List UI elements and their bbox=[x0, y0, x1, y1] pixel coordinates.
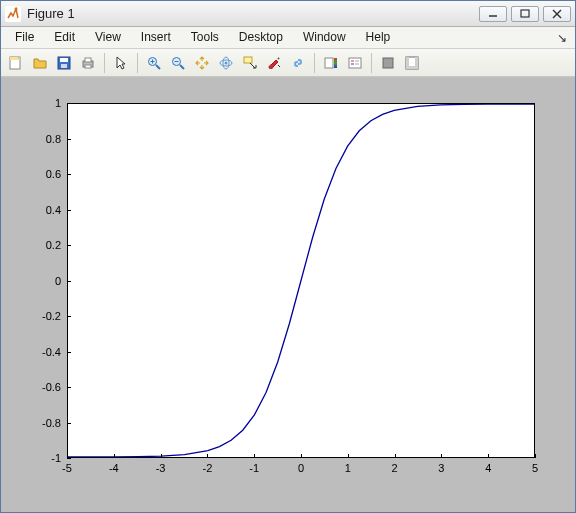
save-icon[interactable] bbox=[53, 52, 75, 74]
window-controls bbox=[479, 6, 571, 22]
axes[interactable] bbox=[67, 103, 535, 458]
link-icon[interactable] bbox=[287, 52, 309, 74]
x-tick-mark bbox=[67, 454, 68, 458]
insert-colorbar-icon[interactable] bbox=[320, 52, 342, 74]
x-tick-label: -3 bbox=[156, 458, 166, 484]
y-tick-label: -0.8 bbox=[23, 417, 67, 429]
x-tick-mark bbox=[441, 454, 442, 458]
menu-file[interactable]: File bbox=[5, 27, 44, 48]
show-plot-tools-icon[interactable] bbox=[401, 52, 423, 74]
svg-rect-27 bbox=[349, 58, 361, 68]
menu-help[interactable]: Help bbox=[356, 27, 401, 48]
menu-edit[interactable]: Edit bbox=[44, 27, 85, 48]
x-tick-mark bbox=[395, 454, 396, 458]
open-file-icon[interactable] bbox=[29, 52, 51, 74]
y-tick-label: 0.4 bbox=[23, 204, 67, 216]
close-button[interactable] bbox=[543, 6, 571, 22]
insert-legend-icon[interactable] bbox=[344, 52, 366, 74]
menu-insert[interactable]: Insert bbox=[131, 27, 181, 48]
y-tick-mark bbox=[67, 139, 71, 140]
figure-window: Figure 1 File Edit View Insert Tools Des… bbox=[0, 0, 576, 513]
data-cursor-icon[interactable] bbox=[239, 52, 261, 74]
svg-rect-32 bbox=[383, 58, 393, 68]
y-tick-label: -0.4 bbox=[23, 346, 67, 358]
svg-rect-12 bbox=[85, 58, 91, 62]
x-tick-label: 5 bbox=[532, 458, 538, 484]
svg-point-23 bbox=[225, 61, 228, 64]
new-figure-icon[interactable] bbox=[5, 52, 27, 74]
toolbar-separator bbox=[314, 53, 315, 73]
y-tick-mark bbox=[67, 352, 71, 353]
y-tick-mark bbox=[67, 423, 71, 424]
x-tick-label: -1 bbox=[249, 458, 259, 484]
svg-point-1 bbox=[15, 7, 18, 10]
y-tick-label: 0 bbox=[23, 275, 67, 287]
y-tick-mark bbox=[67, 281, 71, 282]
matlab-icon bbox=[5, 6, 21, 22]
rotate-3d-icon[interactable] bbox=[215, 52, 237, 74]
y-tick-label: 0.8 bbox=[23, 133, 67, 145]
menu-view[interactable]: View bbox=[85, 27, 131, 48]
y-tick-mark bbox=[67, 103, 71, 104]
svg-line-15 bbox=[156, 65, 160, 69]
x-tick-label: 3 bbox=[438, 458, 444, 484]
svg-rect-13 bbox=[85, 65, 91, 68]
zoom-in-icon[interactable] bbox=[143, 52, 165, 74]
menu-tools[interactable]: Tools bbox=[181, 27, 229, 48]
y-tick-label: 0.2 bbox=[23, 239, 67, 251]
x-tick-label: 4 bbox=[485, 458, 491, 484]
toolbar bbox=[1, 49, 575, 77]
x-tick-mark bbox=[254, 454, 255, 458]
x-tick-label: 1 bbox=[345, 458, 351, 484]
svg-rect-9 bbox=[60, 58, 68, 62]
print-icon[interactable] bbox=[77, 52, 99, 74]
pointer-icon[interactable] bbox=[110, 52, 132, 74]
x-tick-mark bbox=[207, 454, 208, 458]
svg-line-19 bbox=[180, 65, 184, 69]
y-tick-mark bbox=[67, 387, 71, 388]
menubar: File Edit View Insert Tools Desktop Wind… bbox=[1, 27, 575, 49]
toolbar-separator bbox=[137, 53, 138, 73]
toolbar-separator bbox=[104, 53, 105, 73]
maximize-button[interactable] bbox=[511, 6, 539, 22]
pan-icon[interactable] bbox=[191, 52, 213, 74]
menu-window[interactable]: Window bbox=[293, 27, 356, 48]
x-tick-label: 0 bbox=[298, 458, 304, 484]
zoom-out-icon[interactable] bbox=[167, 52, 189, 74]
x-tick-mark bbox=[161, 454, 162, 458]
svg-rect-36 bbox=[406, 66, 418, 69]
y-tick-label: 0.6 bbox=[23, 168, 67, 180]
series-line bbox=[68, 104, 534, 457]
y-tick-label: -1 bbox=[23, 452, 67, 464]
x-tick-label: -5 bbox=[62, 458, 72, 484]
x-tick-label: -2 bbox=[203, 458, 213, 484]
svg-rect-24 bbox=[244, 57, 252, 63]
x-tick-label: 2 bbox=[392, 458, 398, 484]
y-tick-label: 1 bbox=[23, 97, 67, 109]
x-tick-label: -4 bbox=[109, 458, 119, 484]
x-tick-mark bbox=[535, 454, 536, 458]
minimize-button[interactable] bbox=[479, 6, 507, 22]
svg-rect-0 bbox=[5, 6, 21, 22]
y-tick-label: -0.6 bbox=[23, 381, 67, 393]
y-tick-mark bbox=[67, 245, 71, 246]
hide-plot-tools-icon[interactable] bbox=[377, 52, 399, 74]
y-tick-mark bbox=[67, 174, 71, 175]
svg-rect-10 bbox=[61, 64, 67, 68]
y-tick-label: -0.2 bbox=[23, 310, 67, 322]
dock-arrow-icon[interactable]: ↘ bbox=[553, 27, 571, 48]
titlebar: Figure 1 bbox=[1, 1, 575, 27]
brush-icon[interactable] bbox=[263, 52, 285, 74]
menu-desktop[interactable]: Desktop bbox=[229, 27, 293, 48]
axes-container: -1-0.8-0.6-0.4-0.200.20.40.60.81-5-4-3-2… bbox=[23, 93, 553, 484]
toolbar-separator bbox=[371, 53, 372, 73]
svg-rect-25 bbox=[325, 58, 333, 68]
x-tick-mark bbox=[114, 454, 115, 458]
y-tick-mark bbox=[67, 316, 71, 317]
x-tick-mark bbox=[348, 454, 349, 458]
svg-rect-3 bbox=[521, 10, 529, 17]
x-tick-mark bbox=[301, 454, 302, 458]
line-plot bbox=[68, 104, 534, 457]
svg-rect-26 bbox=[334, 58, 337, 68]
x-tick-mark bbox=[488, 454, 489, 458]
